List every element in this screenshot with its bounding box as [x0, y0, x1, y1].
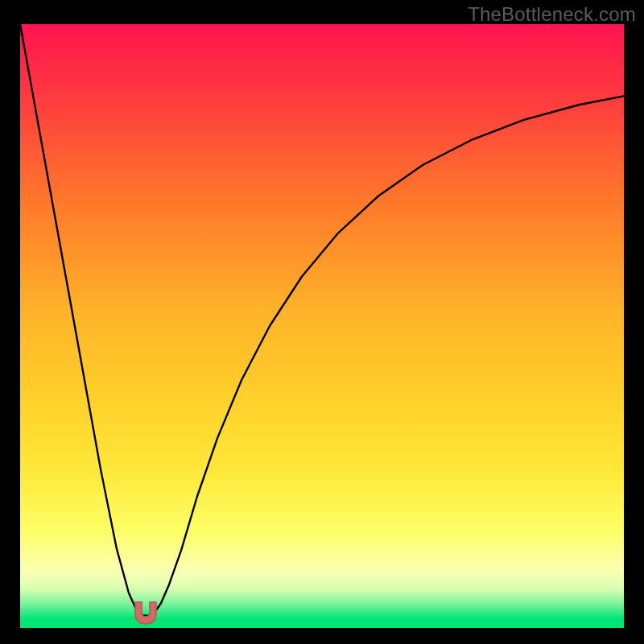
watermark-text: TheBottleneck.com — [468, 3, 636, 26]
chart-stage: TheBottleneck.com — [0, 0, 644, 644]
plot-background-gradient — [20, 24, 624, 628]
chart-svg — [0, 0, 644, 644]
